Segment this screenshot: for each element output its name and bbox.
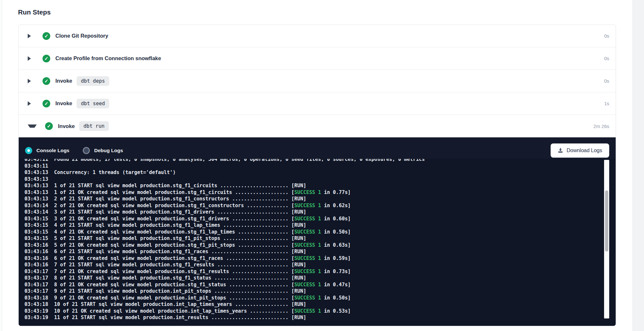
success-check-icon: ✓ [43, 77, 50, 85]
log-line: 03:43:16 6 of 21 OK created sql view mod… [24, 255, 616, 262]
log-line: 03:43:13 1 of 21 START sql view model pr… [24, 182, 616, 189]
debug-logs-label: Debug Logs [94, 148, 123, 153]
step-row-invoke-dbt-deps[interactable]: ✓ Invoke dbt deps 0s [19, 70, 616, 92]
log-scrollbar-track[interactable] [604, 160, 609, 318]
step-row-clone-git-repository[interactable]: ✓ Clone Git Repository 0s [19, 25, 616, 47]
log-lines: 03:43:11 Found 21 models, 17 tests, 0 sn… [24, 159, 616, 321]
step-duration: 2m 26s [593, 124, 609, 129]
log-line: 03:43:19 10 of 21 OK created sql view mo… [24, 308, 616, 315]
log-line: 03:43:14 3 of 21 START sql view model pr… [24, 209, 616, 216]
success-check-icon: ✓ [43, 55, 50, 62]
step-title: Invoke [55, 78, 72, 84]
success-check-icon: ✓ [45, 122, 53, 130]
run-steps-page: Run Steps ✓ Clone Git Repository 0s ✓ Cr… [0, 0, 644, 331]
right-gutter [632, 0, 644, 331]
chevron-right-icon[interactable] [28, 79, 35, 83]
chevron-right-icon[interactable] [28, 56, 35, 61]
download-logs-label: Download Logs [567, 148, 602, 153]
log-line: 03:43:15 4 of 21 OK created sql view mod… [24, 229, 616, 235]
log-line: 03:43:16 5 of 21 OK created sql view mod… [24, 242, 616, 249]
log-line: 03:43:13 Concurrency: 1 threads (target=… [24, 169, 616, 176]
step-duration: 0s [604, 33, 609, 39]
debug-logs-radio[interactable]: Debug Logs [83, 147, 123, 154]
log-line: 03:43:13 1 of 21 OK created sql view mod… [24, 189, 616, 196]
step-duration: 0s [604, 56, 609, 61]
radio-unselected-icon[interactable] [83, 147, 90, 154]
log-line: 03:43:11 Found 21 models, 17 tests, 0 sn… [24, 159, 616, 163]
command-chip: dbt deps [77, 76, 109, 86]
success-check-icon: ✓ [43, 100, 50, 107]
log-line: 03:43:17 8 of 21 START sql view model pr… [24, 275, 616, 281]
step-title: Clone Git Repository [55, 33, 108, 39]
log-line: 03:43:16 6 of 21 START sql view model pr… [24, 248, 616, 255]
run-steps-card: ✓ Clone Git Repository 0s ✓ Create Profi… [18, 24, 616, 326]
log-line: 03:43:16 7 of 21 START sql view model pr… [24, 262, 616, 268]
log-line: 03:43:11 [24, 163, 616, 170]
console-logs-radio[interactable]: Console Logs [25, 147, 69, 154]
step-row-invoke-dbt-seed[interactable]: ✓ Invoke dbt seed 1s [19, 92, 616, 115]
step-duration: 0s [604, 78, 609, 84]
success-check-icon: ✓ [43, 32, 50, 40]
command-chip: dbt seed [77, 99, 109, 108]
step-row-invoke-dbt-run[interactable]: ✓ Invoke dbt run 2m 26s [19, 115, 616, 137]
chevron-right-icon[interactable] [28, 34, 35, 38]
log-line: 03:43:17 7 of 21 OK created sql view mod… [24, 268, 616, 275]
log-line: 03:43:13 [24, 176, 616, 183]
step-title: Invoke [58, 123, 75, 129]
step-title: Create Profile from Connection snowflake [55, 55, 161, 61]
command-chip: dbt run [79, 121, 109, 131]
console-logs-label: Console Logs [36, 148, 69, 153]
log-scrollbar-thumb[interactable] [605, 190, 608, 252]
log-line: 03:43:18 9 of 21 OK created sql view mod… [24, 295, 616, 301]
log-line: 03:43:19 11 of 21 START sql view model p… [24, 314, 616, 321]
log-line: 03:43:15 5 of 21 START sql view model pr… [24, 235, 616, 242]
step-duration: 1s [604, 101, 609, 106]
log-line: 03:43:15 4 of 21 START sql view model pr… [24, 222, 616, 229]
console-log-panel: Console Logs Debug Logs Download Logs 03 [19, 137, 616, 326]
log-line: 03:43:18 10 of 21 START sql view model p… [24, 301, 616, 308]
chevron-down-icon[interactable] [28, 124, 37, 128]
left-gutter [0, 0, 2, 331]
download-icon [558, 148, 563, 153]
log-line: 03:43:15 3 of 21 OK created sql view mod… [24, 216, 616, 222]
step-row-create-profile[interactable]: ✓ Create Profile from Connection snowfla… [19, 47, 616, 70]
log-panel-header: Console Logs Debug Logs Download Logs [19, 137, 616, 159]
log-line: 03:43:17 8 of 21 OK created sql view mod… [24, 281, 616, 288]
log-line: 03:43:14 2 of 21 OK created sql view mod… [24, 202, 616, 209]
console-log-viewport[interactable]: 03:43:11 Found 21 models, 17 tests, 0 sn… [19, 159, 616, 326]
page-title: Run Steps [18, 8, 51, 16]
step-title: Invoke [55, 100, 72, 106]
log-line: 03:43:17 9 of 21 START sql view model pr… [24, 288, 616, 295]
radio-selected-icon[interactable] [25, 147, 32, 154]
log-line: 03:43:13 2 of 21 START sql view model pr… [24, 196, 616, 202]
chevron-right-icon[interactable] [28, 101, 35, 106]
download-logs-button[interactable]: Download Logs [551, 143, 609, 158]
